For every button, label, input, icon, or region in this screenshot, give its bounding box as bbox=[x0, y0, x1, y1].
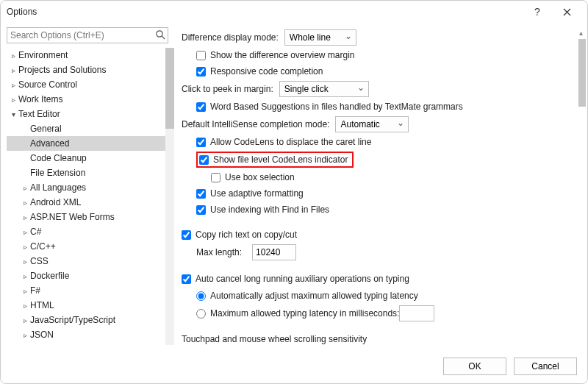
tree-node-label: LESS bbox=[30, 344, 53, 345]
tree-node[interactable]: ▹Environment bbox=[7, 48, 174, 63]
auto-cancel-checkbox[interactable] bbox=[182, 274, 191, 284]
chevron-right-icon[interactable]: ▹ bbox=[20, 331, 30, 339]
chevron-right-icon[interactable]: ▹ bbox=[20, 184, 30, 192]
auto-adjust-latency-label: Automatically adjust maximum allowed typ… bbox=[210, 291, 418, 301]
chevron-right-icon[interactable]: ▹ bbox=[20, 287, 30, 295]
tree-node-label: Source Control bbox=[18, 79, 77, 90]
scroll-down-icon[interactable]: ▾ bbox=[576, 348, 586, 349]
tree-node[interactable]: ▹HTML bbox=[7, 298, 174, 313]
tree-node[interactable]: ▹JavaScript/TypeScript bbox=[7, 313, 174, 327]
diff-mode-label: Difference display mode: bbox=[182, 32, 279, 43]
options-tree[interactable]: ▹Environment▹Projects and Solutions▹Sour… bbox=[7, 48, 174, 345]
show-diff-overview-label: Show the difference overview margin bbox=[210, 50, 355, 60]
use-adaptive-formatting-label: Use adaptive formatting bbox=[210, 188, 304, 199]
left-pane: ▹Environment▹Projects and Solutions▹Sour… bbox=[1, 23, 174, 349]
options-dialog: Options ? ▹Environment▹Projects and Solu… bbox=[0, 0, 588, 384]
tree-scroll-thumb[interactable] bbox=[165, 48, 174, 129]
tree-node[interactable]: ▹LESS bbox=[7, 342, 174, 345]
use-indexing-find-checkbox[interactable] bbox=[196, 205, 206, 215]
tree-node[interactable]: ▹JSON bbox=[7, 327, 174, 342]
help-button[interactable]: ? bbox=[523, 1, 552, 23]
word-based-checkbox[interactable] bbox=[196, 102, 206, 112]
default-intellisense-select[interactable]: Automatic bbox=[335, 116, 409, 132]
max-latency-radio[interactable] bbox=[196, 309, 206, 319]
tree-node-label: F# bbox=[30, 285, 40, 296]
panel-scrollbar[interactable]: ▴ ▾ bbox=[576, 27, 586, 349]
click-peek-label: Click to peek in margin: bbox=[182, 84, 273, 94]
touchpad-label: Touchpad and mouse wheel scrolling sensi… bbox=[182, 334, 367, 344]
tree-node[interactable]: ▹All Languages bbox=[7, 180, 174, 195]
chevron-right-icon[interactable]: ▹ bbox=[20, 213, 30, 221]
tree-node-label: General bbox=[30, 124, 62, 134]
chevron-right-icon[interactable]: ▹ bbox=[8, 96, 18, 104]
tree-node[interactable]: ▹Projects and Solutions bbox=[7, 63, 174, 77]
max-latency-label: Maximum allowed typing latency in millis… bbox=[210, 308, 399, 319]
max-length-input[interactable] bbox=[252, 244, 296, 260]
panel-scroll-thumb[interactable] bbox=[578, 39, 586, 107]
tree-node[interactable]: ▹ASP.NET Web Forms bbox=[7, 210, 174, 224]
chevron-right-icon[interactable]: ▹ bbox=[20, 272, 30, 280]
chevron-right-icon[interactable]: ▹ bbox=[20, 199, 30, 207]
tree-node[interactable]: ▾Text Editor bbox=[7, 107, 174, 121]
copy-rich-text-label: Copy rich text on copy/cut bbox=[196, 230, 297, 240]
tree-node-label: JavaScript/TypeScript bbox=[30, 315, 115, 325]
chevron-down-icon[interactable]: ▾ bbox=[8, 110, 18, 118]
tree-node-label: C/C++ bbox=[30, 241, 56, 252]
tree-node-label: Android XML bbox=[30, 197, 81, 207]
tree-node[interactable]: ▹Dockerfile bbox=[7, 269, 174, 283]
chevron-right-icon[interactable]: ▹ bbox=[20, 302, 30, 310]
tree-node[interactable]: Advanced bbox=[7, 136, 174, 151]
tree-node[interactable]: ▹C/C++ bbox=[7, 239, 174, 254]
tree-scrollbar[interactable] bbox=[165, 48, 174, 345]
tree-node[interactable]: ▹Source Control bbox=[7, 77, 174, 92]
chevron-right-icon[interactable]: ▹ bbox=[8, 51, 18, 60]
search-input[interactable] bbox=[7, 27, 168, 43]
chevron-right-icon[interactable]: ▹ bbox=[20, 228, 30, 236]
default-intellisense-label: Default IntelliSense completion mode: bbox=[182, 119, 329, 129]
copy-rich-text-checkbox[interactable] bbox=[182, 230, 191, 240]
ok-button[interactable]: OK bbox=[443, 358, 506, 375]
diff-mode-select[interactable]: Whole line bbox=[284, 29, 356, 46]
auto-adjust-latency-radio[interactable] bbox=[196, 291, 206, 301]
allow-codelens-caret-checkbox[interactable] bbox=[196, 138, 206, 147]
titlebar: Options ? bbox=[1, 1, 587, 23]
responsive-completion-checkbox[interactable] bbox=[196, 67, 206, 77]
tree-node[interactable]: File Extension bbox=[7, 166, 174, 180]
tree-node-label: Code Cleanup bbox=[30, 153, 87, 163]
responsive-completion-label: Responsive code completion bbox=[210, 66, 323, 77]
tree-node-label: Advanced bbox=[30, 138, 69, 149]
show-file-level-indicator-checkbox[interactable] bbox=[199, 155, 209, 165]
tree-node-label: ASP.NET Web Forms bbox=[30, 212, 115, 222]
tree-node[interactable]: ▹Work Items bbox=[7, 92, 174, 107]
tree-node-label: Environment bbox=[18, 50, 68, 60]
close-button[interactable] bbox=[552, 1, 581, 23]
tree-node[interactable]: ▹F# bbox=[7, 283, 174, 298]
show-file-level-indicator-label: Show file level CodeLens indicator bbox=[213, 154, 348, 165]
chevron-right-icon[interactable]: ▹ bbox=[20, 257, 30, 266]
show-diff-overview-checkbox[interactable] bbox=[196, 51, 206, 60]
chevron-right-icon[interactable]: ▹ bbox=[8, 66, 18, 74]
tree-node-label: Text Editor bbox=[18, 109, 60, 119]
use-adaptive-formatting-checkbox[interactable] bbox=[196, 189, 206, 199]
tree-node[interactable]: ▹Android XML bbox=[7, 195, 174, 210]
chevron-right-icon[interactable]: ▹ bbox=[20, 316, 30, 324]
highlighted-option: Show file level CodeLens indicator bbox=[196, 152, 354, 168]
svg-point-0 bbox=[157, 31, 162, 37]
scroll-up-icon[interactable]: ▴ bbox=[576, 27, 586, 38]
click-peek-select[interactable]: Single click bbox=[279, 81, 369, 97]
tree-node-label: CSS bbox=[30, 256, 49, 266]
tree-node[interactable]: ▹C# bbox=[7, 224, 174, 239]
allow-codelens-caret-label: Allow CodeLens to displace the caret lin… bbox=[210, 137, 371, 147]
cancel-button[interactable]: Cancel bbox=[514, 358, 577, 375]
tree-node[interactable]: Code Cleanup bbox=[7, 151, 174, 166]
tree-node-label: HTML bbox=[30, 300, 54, 310]
dialog-footer: OK Cancel bbox=[1, 349, 587, 383]
search-icon bbox=[155, 29, 165, 42]
chevron-right-icon[interactable]: ▹ bbox=[20, 243, 30, 251]
use-box-selection-checkbox[interactable] bbox=[211, 173, 220, 182]
chevron-right-icon[interactable]: ▹ bbox=[8, 81, 18, 89]
tree-node-label: File Extension bbox=[30, 168, 85, 178]
max-latency-input[interactable] bbox=[399, 305, 434, 321]
tree-node[interactable]: General bbox=[7, 121, 174, 136]
tree-node[interactable]: ▹CSS bbox=[7, 254, 174, 269]
